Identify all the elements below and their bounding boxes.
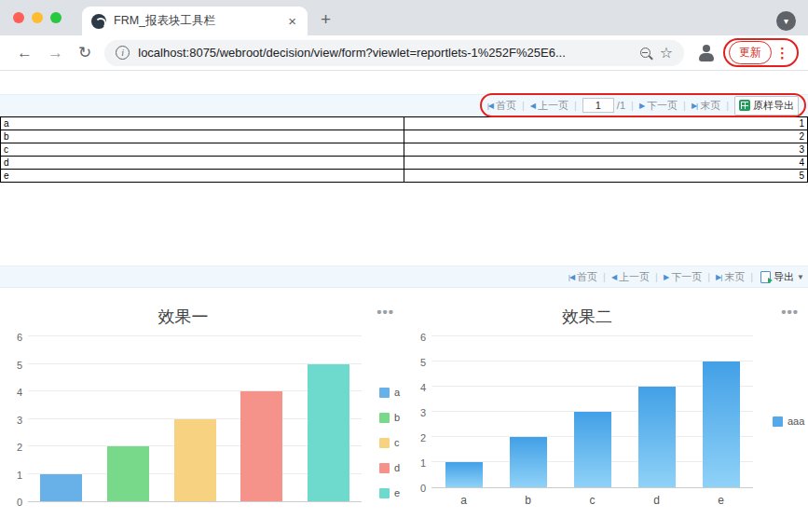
url-text[interactable]: localhost:8075/webroot/decision/view/for… xyxy=(138,46,634,60)
bar-e[interactable] xyxy=(703,361,740,487)
back-button[interactable]: ← xyxy=(17,44,33,62)
bar-e[interactable] xyxy=(308,364,349,502)
maximize-window-button[interactable] xyxy=(50,12,62,23)
last-page-label: 末页 xyxy=(700,99,720,113)
legend-swatch xyxy=(379,388,390,398)
bar-a[interactable] xyxy=(445,462,483,487)
legend-swatch xyxy=(773,416,783,427)
table-row: d4 xyxy=(1,157,808,170)
export-label: 导出 xyxy=(774,270,794,284)
legend-swatch xyxy=(379,488,390,498)
close-window-button[interactable] xyxy=(13,12,24,23)
browser-tab-strip: FRM_报表块工具栏 × + ▾ xyxy=(0,0,808,35)
bar-a[interactable] xyxy=(40,474,82,502)
chart-menu-icon[interactable]: ••• xyxy=(377,304,394,320)
browser-tab[interactable]: FRM_报表块工具栏 × xyxy=(82,7,308,35)
last-page-button[interactable]: ▶| 末页 xyxy=(716,270,745,284)
export-dropdown-button[interactable]: 导出 ▼ xyxy=(760,270,804,284)
last-page-icon: ▶| xyxy=(716,273,721,281)
bar-d[interactable] xyxy=(638,387,676,487)
x-axis-label: d xyxy=(624,494,689,507)
profile-avatar-icon[interactable] xyxy=(697,44,716,62)
x-axis-label: b xyxy=(496,494,560,507)
chart-pagination-toolbar: |◀ 首页 | ◀ 上一页 | ▶ 下一页 | ▶| 末页 | 导出 ▼ xyxy=(0,266,808,288)
chart-panel-effect-two: 效果二 ••• 0123456abcde aaa xyxy=(404,293,808,528)
first-page-label: 首页 xyxy=(496,99,516,113)
y-axis-tick: 2 xyxy=(407,432,426,443)
y-axis-tick: 3 xyxy=(407,407,426,418)
first-page-button[interactable]: |◀ 首页 xyxy=(487,99,516,113)
report-page: |◀ 首页 | ◀ 上一页 | /1 | ▶ 下一页 | ▶| 末页 | xyxy=(0,94,808,528)
bar-c[interactable] xyxy=(174,419,216,502)
legend-item[interactable]: c xyxy=(379,437,400,448)
prev-page-icon: ◀ xyxy=(611,273,616,281)
prev-page-label: 上一页 xyxy=(619,270,650,284)
reload-button[interactable]: ↻ xyxy=(78,43,91,62)
next-page-button[interactable]: ▶ 下一页 xyxy=(639,99,678,113)
chart-title: 效果二 xyxy=(404,306,771,328)
y-axis-tick: 3 xyxy=(4,415,22,426)
y-axis-tick: 6 xyxy=(407,332,426,343)
first-page-button[interactable]: |◀ 首页 xyxy=(568,270,597,284)
legend-swatch xyxy=(379,463,390,473)
profile-chevron-button[interactable]: ▾ xyxy=(776,11,796,31)
key-cell: c xyxy=(1,143,404,157)
legend-item[interactable]: b xyxy=(379,412,400,423)
y-axis-tick: 4 xyxy=(407,382,426,393)
legend-label: e xyxy=(394,487,400,498)
legend-item[interactable]: e xyxy=(379,487,400,498)
page-number-input[interactable] xyxy=(582,98,614,113)
url-omnibox[interactable]: i localhost:8075/webroot/decision/view/f… xyxy=(104,40,684,66)
forward-button[interactable]: → xyxy=(48,44,63,62)
legend-label: d xyxy=(394,462,400,473)
legend-swatch xyxy=(379,413,390,423)
legend-item[interactable]: aaa xyxy=(773,416,804,427)
table-row: e5 xyxy=(1,170,808,183)
bookmark-star-icon[interactable]: ☆ xyxy=(660,44,673,61)
chrome-update-button[interactable]: 更新 xyxy=(729,41,772,64)
page-total-label: /1 xyxy=(617,100,625,111)
export-as-is-label: 原样导出 xyxy=(753,99,794,113)
excel-icon xyxy=(739,100,750,111)
prev-page-button[interactable]: ◀ 上一页 xyxy=(611,270,650,284)
tab-close-icon[interactable]: × xyxy=(286,13,298,29)
next-page-button[interactable]: ▶ 下一页 xyxy=(664,270,702,284)
first-page-icon: |◀ xyxy=(487,102,493,110)
next-page-icon: ▶ xyxy=(639,102,644,110)
y-axis-tick: 6 xyxy=(4,332,22,343)
bar-b[interactable] xyxy=(107,446,149,501)
last-page-button[interactable]: ▶| 末页 xyxy=(692,99,720,113)
browser-menu-icon[interactable]: ⋮ xyxy=(775,45,789,61)
y-axis-tick: 5 xyxy=(407,357,426,368)
next-page-icon: ▶ xyxy=(664,273,668,281)
legend-item[interactable]: d xyxy=(379,462,400,473)
report-table: a1b2c3d4e5 xyxy=(0,116,808,183)
y-axis-tick: 1 xyxy=(4,470,22,481)
legend-item[interactable]: a xyxy=(379,387,400,398)
separator: | xyxy=(726,100,729,111)
key-cell: d xyxy=(1,157,404,170)
gridline xyxy=(28,335,362,336)
table-row: c3 xyxy=(1,143,808,157)
site-info-icon[interactable]: i xyxy=(116,46,130,60)
chart-legend: abcde xyxy=(379,387,400,512)
tab-favicon-icon xyxy=(91,14,106,29)
annotation-highlight-update: 更新 ⋮ xyxy=(723,38,799,67)
next-page-label: 下一页 xyxy=(647,99,678,113)
gridline xyxy=(431,335,753,336)
y-axis-tick: 4 xyxy=(4,387,22,398)
separator: | xyxy=(522,100,525,111)
legend-label: a xyxy=(394,387,400,398)
new-tab-button[interactable]: + xyxy=(321,9,331,30)
bar-d[interactable] xyxy=(240,391,282,501)
chart-menu-icon[interactable]: ••• xyxy=(781,304,799,320)
prev-page-button[interactable]: ◀ 上一页 xyxy=(530,99,568,113)
bar-b[interactable] xyxy=(510,437,547,487)
minimize-window-button[interactable] xyxy=(32,12,43,23)
browser-address-bar: ← → ↻ i localhost:8075/webroot/decision/… xyxy=(0,35,808,71)
legend-label: b xyxy=(394,412,400,423)
export-as-is-button[interactable]: 原样导出 xyxy=(734,96,799,116)
y-axis-tick: 0 xyxy=(407,483,426,494)
zoom-icon[interactable] xyxy=(640,48,651,58)
bar-c[interactable] xyxy=(574,412,611,487)
